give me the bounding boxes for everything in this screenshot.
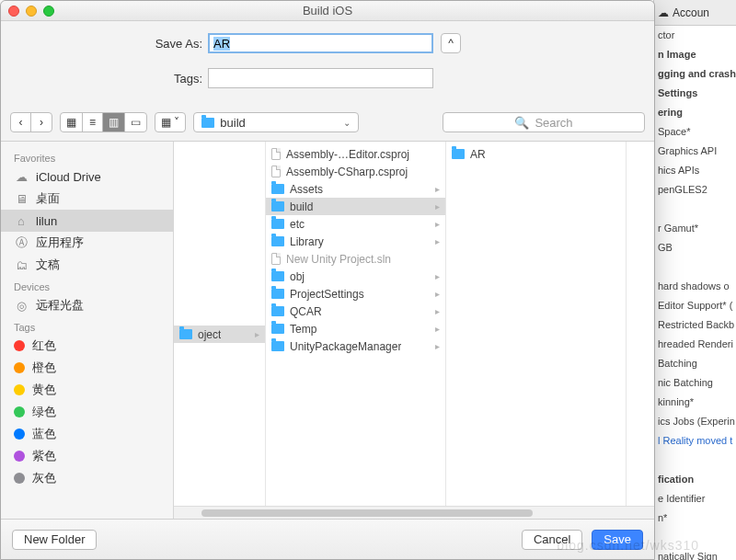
dialog-footer: New Folder Cancel Save [1,519,654,559]
file-row[interactable]: Assembly-CSharp.csproj [266,163,445,180]
sidebar-item-label: 红色 [32,337,56,354]
file-row[interactable]: UnityPackageManager▸ [266,337,445,355]
bg-row: Restricted Backb [654,315,736,335]
sidebar-item[interactable]: ◎远程光盘 [1,294,173,316]
group-menu-icon[interactable]: ▦ ˅ [155,113,185,131]
bg-row: nic Batching [654,373,736,393]
file-row[interactable]: Assets▸ [266,180,445,198]
bg-row: e Identifier [654,489,736,509]
bg-row: ics Jobs (Experin [654,412,736,431]
view-icon-icon[interactable]: ▦ [61,113,83,131]
file-row[interactable]: build▸ [266,198,445,215]
sidebar-tag[interactable]: 紫色 [1,445,173,467]
sidebar-head-tags: Tags [1,316,173,335]
file-label: Assets [290,183,323,196]
bg-rows: ctorn Imagegging and crashSettingseringS… [654,26,736,560]
bg-row: gging and crash [654,64,736,84]
search-input[interactable]: 🔍 Search [443,112,645,132]
doc-icon: 🗂 [14,258,29,271]
sidebar-item[interactable]: ⌂lilun [1,210,173,232]
sidebar-tag[interactable]: 蓝色 [1,423,173,445]
folder-icon [271,341,284,351]
tag-dot-icon [14,406,25,417]
bg-account: Accoun [673,6,709,19]
sidebar-item-label: 远程光盘 [36,297,84,314]
chevron-updown-icon: ⌄ [343,118,351,128]
bg-row [654,528,736,547]
file-label: obj [290,270,305,283]
sidebar-item[interactable]: 🗂文稿 [1,254,173,276]
sidebar-tag[interactable]: 绿色 [1,401,173,423]
save-as-input[interactable] [208,33,433,53]
bg-row: Graphics API [654,142,736,161]
back-button[interactable]: ‹ [11,113,31,131]
view-column-icon[interactable]: ▥ [103,113,125,131]
sidebar-item-label: 桌面 [36,190,60,207]
new-folder-button[interactable]: New Folder [12,530,97,550]
file-label: Library [290,235,324,248]
sidebar-tag[interactable]: 黄色 [1,379,173,401]
file-row[interactable]: Temp▸ [266,320,445,337]
sidebar-item-label: lilun [36,214,57,228]
horizontal-scrollbar[interactable] [174,506,654,519]
nav-back-forward[interactable]: ‹ › [10,112,52,132]
sidebar: Favorites ☁︎iCloud Drive🖥桌面⌂lilunⒶ应用程序🗂文… [1,142,174,519]
sidebar-item[interactable]: ☁︎iCloud Drive [1,166,173,188]
file-row[interactable]: ProjectSettings▸ [266,285,445,303]
sidebar-tag[interactable]: 橙色 [1,357,173,379]
file-label: UnityPackageManager [290,340,401,353]
path-popup[interactable]: build ⌄ [193,112,359,132]
tag-dot-icon [14,362,25,373]
tags-input[interactable] [208,68,433,88]
bg-row: GB [654,238,736,257]
file-row[interactable]: QCAR▸ [266,303,445,320]
column-1: Assembly-…Editor.csprojAssembly-CSharp.c… [266,142,446,519]
file-row[interactable]: New Unity Project.sln [266,250,445,268]
chevron-right-icon: ▸ [435,289,440,299]
sidebar-tag[interactable]: 红色 [1,335,173,357]
sidebar-head-favorites: Favorites [1,147,173,166]
folder-icon [271,184,284,194]
bg-row: l Reality moved t [654,431,736,451]
bg-row: Editor Support* ( [654,296,736,315]
chevron-right-icon: ▸ [435,201,440,211]
sidebar-item[interactable]: 🖥桌面 [1,188,173,210]
file-row[interactable]: AR [446,145,626,163]
file-icon [271,253,281,265]
save-button[interactable]: Save [592,530,643,550]
file-icon [271,166,281,177]
bg-row: penGLES2 [654,180,736,200]
file-row[interactable]: etc▸ [266,215,445,233]
bg-row: hics APIs [654,161,736,180]
file-label: oject [198,328,221,341]
sidebar-item-label: iCloud Drive [36,170,101,184]
sidebar-item[interactable]: Ⓐ应用程序 [1,232,173,254]
expand-button[interactable]: ^ [441,33,461,53]
chevron-right-icon: ▸ [255,329,259,339]
forward-button[interactable]: › [31,113,52,131]
view-list-icon[interactable]: ≡ [83,113,103,131]
file-row[interactable]: oject▸ [174,326,265,343]
bg-row [654,200,736,219]
bg-toolbar: ☁︎ Accoun [654,0,736,26]
cancel-button[interactable]: Cancel [522,530,582,550]
bg-row: hard shadows o [654,277,736,296]
group-segment[interactable]: ▦ ˅ [155,112,186,132]
file-label: build [290,200,313,213]
sidebar-tag[interactable]: 灰色 [1,467,173,489]
file-row[interactable]: Assembly-…Editor.csproj [266,145,445,163]
browser-toolbar: ‹ › ▦ ≡ ▥ ▭ ▦ ˅ build ⌄ 🔍 Search [1,109,654,135]
file-row[interactable]: Library▸ [266,233,445,250]
file-browser: Favorites ☁︎iCloud Drive🖥桌面⌂lilunⒶ应用程序🗂文… [1,142,654,519]
view-mode-segment[interactable]: ▦ ≡ ▥ ▭ [60,112,147,132]
search-placeholder: Search [535,116,572,130]
scroll-thumb[interactable] [201,509,533,517]
sidebar-item-label: 灰色 [32,470,56,486]
chevron-up-icon: ^ [448,37,454,50]
folder-icon [452,149,465,159]
bg-row [654,257,736,277]
view-gallery-icon[interactable]: ▭ [125,113,146,131]
file-icon [271,148,281,160]
file-row[interactable]: obj▸ [266,268,445,285]
tag-dot-icon [14,473,25,484]
